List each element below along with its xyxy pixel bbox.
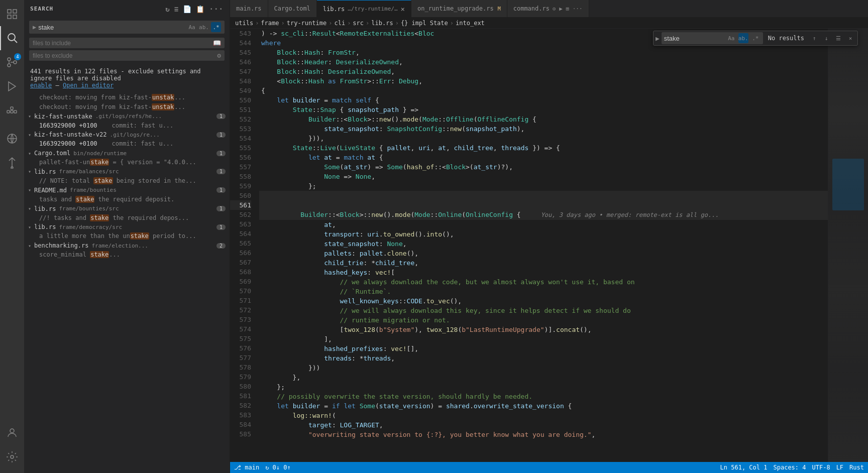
breadcrumb-item[interactable]: frame [261, 20, 279, 27]
result-file-header[interactable]: ▾ README.md frame/bounties 1 [24, 186, 230, 195]
result-count: 1 [216, 187, 226, 193]
code-line: ], [259, 334, 828, 344]
files-filter: 📖 ⚙ [24, 37, 230, 66]
code-line: State::Live(LiveState { pallet, uri, at,… [259, 143, 828, 153]
sidebar-header-icons: ↻ ≡ 📄 📋 ··· [165, 5, 224, 13]
activity-item-tree[interactable] [0, 151, 24, 175]
breadcrumb-item[interactable]: utils [235, 20, 253, 27]
breadcrumb-item[interactable]: into_ext [456, 20, 485, 27]
list-item[interactable]: pallet-fast-unstake = { version = "4.0.0… [24, 158, 230, 167]
code-line: "overwriting state version to {:?}, you … [259, 430, 828, 439]
chevron-icon: ▾ [28, 113, 31, 119]
breadcrumb-item[interactable]: cli [334, 20, 345, 27]
match-case-btn[interactable]: Aa [187, 22, 197, 32]
tab-close-icon[interactable]: × [401, 5, 405, 13]
tab-on-runtime-upgrade[interactable]: on_runtime_upgrade.rs M [411, 0, 507, 17]
result-filepath: .git/logs/refs/he... [95, 113, 213, 120]
code-line: 💡 Builder::<Block>::new().mode(Mode::Onl… [259, 191, 828, 220]
activity-item-source-control[interactable]: 4 [0, 50, 24, 74]
search-input[interactable] [38, 24, 185, 31]
svg-point-7 [8, 64, 11, 67]
next-match-icon[interactable]: ↓ [821, 33, 831, 43]
result-filename: kiz-fast-unstake-v22 [34, 131, 107, 138]
line-numbers: 543 544 545 546 547 548 549 550 551 552 … [230, 29, 255, 462]
status-language[interactable]: Rust [849, 464, 864, 471]
list-item[interactable]: score_minimal stake... [24, 250, 230, 260]
files-include-input[interactable] [33, 40, 213, 47]
result-file-header[interactable]: ▾ kiz-fast-unstake-v22 .git/logs/re... 1 [24, 130, 230, 139]
tab-modified-indicator: M [498, 6, 501, 12]
tab-lib-rs[interactable]: lib.rs …/try-runtime/… × [317, 0, 411, 17]
book-icon[interactable]: 📖 [213, 39, 221, 47]
open-in-editor-link[interactable]: Open in editor [63, 82, 114, 89]
use-regex-btn[interactable]: .* [211, 22, 221, 32]
files-exclude-row: ⚙ [29, 50, 225, 61]
tab-label: lib.rs [323, 6, 345, 13]
more-icon[interactable]: ··· [209, 5, 224, 13]
code-line: // we always download the code, but we a… [259, 277, 828, 287]
tab-command-rs[interactable]: command.rs ⊙ ▶ ⊞ ··· [507, 0, 589, 17]
result-file-header[interactable]: ▾ lib.rs frame/democracy/src 1 [24, 222, 230, 231]
list-item[interactable]: // NOTE: total stake being stored in the… [24, 176, 230, 186]
status-branch[interactable]: ⎇ main [234, 464, 259, 471]
tab-cargo-toml[interactable]: Cargo.toml [268, 0, 317, 17]
activity-item-remote[interactable] [0, 127, 24, 151]
list-item[interactable]: checkout: moving from kiz-fast-unstak... [24, 102, 230, 112]
code-line: transport: uri.to_owned().into(), [259, 229, 828, 239]
list-item[interactable]: checkout: moving from kiz-fast-unstak... [24, 93, 230, 102]
result-filepath: .git/logs/re... [110, 132, 213, 138]
new-search-icon[interactable]: 📄 [183, 5, 192, 13]
status-eol[interactable]: LF [836, 464, 843, 471]
refresh-icon[interactable]: ↻ [165, 5, 170, 13]
activity-item-settings[interactable] [0, 445, 24, 469]
regex-icon[interactable]: .* [750, 33, 761, 43]
list-item[interactable]: 1663929000 +0100 commit: fast u... [24, 121, 230, 131]
tab-main-rs[interactable]: main.rs [230, 0, 268, 17]
code-line: [twox_128(b"System"), twox_128(b"LastRun… [259, 325, 828, 334]
editor-search-input[interactable] [664, 35, 724, 42]
activity-item-run[interactable] [0, 74, 24, 98]
close-widget-icon[interactable]: × [845, 33, 855, 43]
result-count: 1 [216, 206, 226, 211]
activity-item-search[interactable] [0, 26, 24, 50]
code-area[interactable]: ) -> sc_cli::Result<RemoteExternalities<… [255, 29, 828, 462]
breadcrumb-item[interactable]: {} impl State [401, 20, 448, 27]
breadcrumb-item[interactable]: try-runtime [287, 20, 327, 27]
status-spaces[interactable]: Spaces: 4 [773, 464, 806, 471]
prev-match-icon[interactable]: ↑ [809, 33, 819, 43]
code-line: state_snapshot: SnapshotConfig::new(snap… [259, 124, 828, 134]
list-item[interactable]: a little more than the unstake period to… [24, 231, 230, 241]
list-item[interactable]: 1663929000 +0100 commit: fast u... [24, 139, 230, 149]
result-file-header[interactable]: ▾ kiz-fast-unstake .git/logs/refs/he... … [24, 112, 230, 121]
collapse-all-icon[interactable]: ≡ [174, 5, 179, 13]
settings-icon[interactable]: ⚙ [217, 52, 221, 59]
files-exclude-input[interactable] [33, 52, 217, 59]
activity-item-explorer[interactable] [0, 2, 24, 26]
toggle-lines-icon[interactable]: ☰ [833, 33, 843, 43]
open-in-editor-icon[interactable]: 📋 [196, 5, 205, 13]
result-file-header[interactable]: ▾ Cargo.toml bin/node/runtime 1 [24, 149, 230, 158]
breadcrumb-item[interactable]: src [353, 20, 364, 27]
status-encoding[interactable]: UTF-8 [812, 464, 830, 471]
breadcrumb-sep: › [255, 20, 259, 27]
match-case-icon[interactable]: Aa [726, 33, 736, 43]
status-sync[interactable]: ↻ 0↓ 0↑ [265, 464, 291, 471]
status-line-col[interactable]: Ln 561, Col 1 [720, 464, 768, 471]
result-filename: Cargo.toml [34, 150, 70, 157]
match-word-btn[interactable]: ab. [199, 22, 209, 32]
breadcrumb-item[interactable]: lib.rs [371, 20, 393, 27]
result-file-header[interactable]: ▾ benchmarking.rs frame/election... 2 [24, 241, 230, 250]
result-count: 1 [216, 113, 226, 119]
activity-item-account[interactable] [0, 421, 24, 445]
list-item[interactable]: tasks and stake the required deposit. [24, 195, 230, 204]
enable-link[interactable]: enable [30, 82, 52, 89]
result-file-header[interactable]: ▾ lib.rs frame/bounties/src 1 [24, 204, 230, 213]
activity-item-extensions[interactable] [0, 98, 24, 123]
result-file-header[interactable]: ▾ lib.rs frame/balances/src 1 [24, 167, 230, 176]
list-item[interactable]: //! tasks and stake the required depos..… [24, 213, 230, 223]
svg-rect-0 [8, 10, 11, 13]
search-widget-expand[interactable]: ▶ [656, 35, 660, 42]
code-line: Some(at_str) => Some(hash_of::<Block>(at… [259, 162, 828, 172]
match-word-icon[interactable]: ab. [738, 33, 748, 43]
search-expand-icon[interactable]: ▶ [33, 24, 36, 31]
